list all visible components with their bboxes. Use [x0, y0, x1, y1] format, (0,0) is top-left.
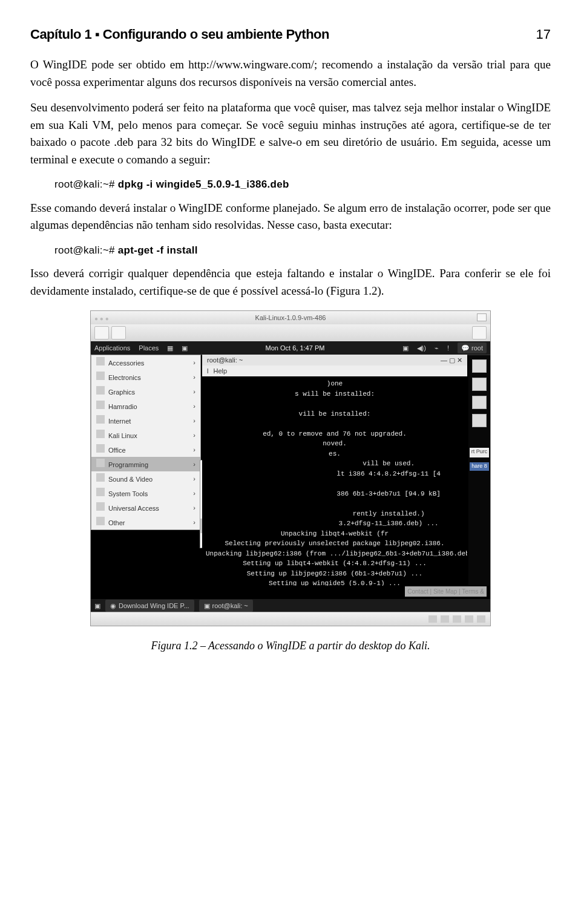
menu-electronics[interactable]: Electronics›	[91, 370, 200, 384]
vm-audio-icon	[477, 615, 485, 623]
menu-programming[interactable]: Programming›	[91, 457, 200, 471]
places-menu[interactable]: Places	[139, 343, 159, 353]
vm-cd-icon	[441, 615, 449, 623]
menu-office[interactable]: Office›	[91, 442, 200, 457]
menu-other[interactable]: Other›	[91, 515, 200, 529]
vm-titlebar: ● ● ● Kali-Linux-1.0.9-vm-486	[91, 311, 490, 325]
command-2-text: apt-get -f install	[118, 244, 198, 256]
vm-toolbar	[91, 324, 490, 342]
show-desktop-icon: ▣	[94, 601, 100, 611]
vm-pause-icon	[94, 326, 109, 339]
menu-universal-access[interactable]: Universal Access›	[91, 500, 200, 515]
accessories-icon	[96, 357, 105, 365]
terminal-task-icon: ▣	[204, 601, 210, 611]
menu-graphics[interactable]: Graphics›	[91, 384, 200, 399]
menu-system-tools[interactable]: System Tools›	[91, 486, 200, 500]
terminal-chrome: root@kali: ~ — ▢ ✕ l Help	[202, 355, 467, 377]
vm-status-bar	[91, 612, 490, 626]
command-1: root@kali:~# dpkg -i wingide5_5.0.9-1_i3…	[54, 177, 551, 192]
programming-icon	[96, 459, 105, 467]
office-icon	[96, 444, 105, 453]
applications-menu[interactable]: Applications	[94, 343, 130, 353]
paragraph-3: Esse comando deverá instalar o WingIDE c…	[30, 200, 551, 234]
sidebar-icon-1	[472, 359, 487, 373]
universal-access-icon	[96, 502, 105, 511]
task-terminal[interactable]: ▣root@kali: ~	[199, 600, 253, 612]
vm-snapshot-icon	[111, 326, 126, 339]
clock: Mon Oct 6, 1:47 PM	[266, 343, 325, 353]
window-controls-icon: — ▢ ✕	[441, 355, 462, 365]
command-2-prompt: root@kali:~#	[54, 244, 118, 256]
terminal-menu-l[interactable]: l	[207, 366, 208, 376]
menu-hamradio[interactable]: Hamradio›	[91, 399, 200, 413]
menu-sound-video[interactable]: Sound & Video›	[91, 471, 200, 486]
other-icon	[96, 517, 105, 525]
sidebar-icon-2	[472, 378, 487, 391]
paragraph-4: Isso deverá corrigir qualquer dependênci…	[30, 265, 551, 300]
kali-icon	[96, 430, 105, 438]
task-download[interactable]: ◉Download Wing IDE P...	[105, 600, 194, 612]
vm-hdd-icon	[428, 615, 437, 623]
electronics-icon	[96, 372, 105, 380]
gnome-bottom-bar: ▣ ◉Download Wing IDE P... ▣root@kali: ~	[91, 599, 490, 612]
internet-icon	[96, 415, 105, 424]
terminal-title: root@kali: ~	[207, 355, 243, 365]
command-1-prompt: root@kali:~#	[54, 179, 118, 190]
bluetooth-icon: ⌁	[435, 343, 439, 353]
vm-traffic-lights-icon: ● ● ●	[94, 314, 109, 323]
system-tools-icon	[96, 488, 105, 496]
menu-accessories[interactable]: Accessories›	[91, 355, 200, 370]
user-menu[interactable]: 💬 root	[458, 342, 487, 354]
terminal-menu-help[interactable]: Help	[213, 366, 227, 376]
menu-kali[interactable]: Kali Linux›	[91, 428, 200, 442]
gnome-top-bar: Applications Places ▦ ▣ Mon Oct 6, 1:47 …	[91, 341, 490, 355]
vm-net-icon	[453, 615, 461, 623]
vm-usb-icon	[465, 615, 473, 623]
figure-caption: Figura 1.2 – Acessando o WingIDE a parti…	[30, 638, 551, 654]
sidebar-icon-3	[472, 396, 487, 409]
menu-internet[interactable]: Internet›	[91, 413, 200, 428]
purchase-fragment: rt Purc	[470, 448, 489, 457]
vm-title-text: Kali-Linux-1.0.9-vm-486	[255, 313, 326, 323]
sidebar-home-icon	[472, 414, 487, 427]
share-badge: hare 8	[470, 462, 489, 471]
footer-links-fragment: Contact | Site Map | Terms &	[405, 586, 487, 597]
graphics-icon	[96, 386, 105, 395]
command-2: root@kali:~# apt-get -f install	[54, 243, 551, 258]
paragraph-1: O WingIDE pode ser obtido em http://www.…	[30, 56, 551, 91]
figure-screenshot: ● ● ● Kali-Linux-1.0.9-vm-486 Applicatio…	[90, 310, 491, 626]
command-1-text: dpkg -i wingide5_5.0.9-1_i386.deb	[118, 179, 289, 190]
volume-icon: ◀))	[417, 343, 426, 353]
speech-icon: 💬	[461, 344, 470, 352]
applications-menu-popup: Accessories› Electronics› Graphics› Hamr…	[91, 355, 201, 530]
terminal-icon: ▣	[182, 343, 188, 353]
hamradio-icon	[96, 401, 105, 409]
vm-maximize-icon	[477, 313, 487, 321]
page-number: 17	[536, 24, 551, 44]
camera-icon: ▣	[402, 343, 409, 353]
browser-task-icon: ◉	[110, 601, 116, 611]
browser-icon: ▦	[167, 343, 173, 353]
vm-fullscreen-icon	[472, 326, 487, 339]
terminal-output: )one s will be installed: vill be instal…	[202, 376, 467, 586]
sound-video-icon	[96, 473, 105, 482]
chapter-heading: Capítulo 1 ▪ Configurando o seu ambiente…	[30, 24, 329, 44]
kali-desktop: Applications Places ▦ ▣ Mon Oct 6, 1:47 …	[91, 341, 490, 612]
notify-icon: !	[447, 343, 449, 353]
paragraph-2: Seu desenvolvimento poderá ser feito na …	[30, 99, 551, 168]
